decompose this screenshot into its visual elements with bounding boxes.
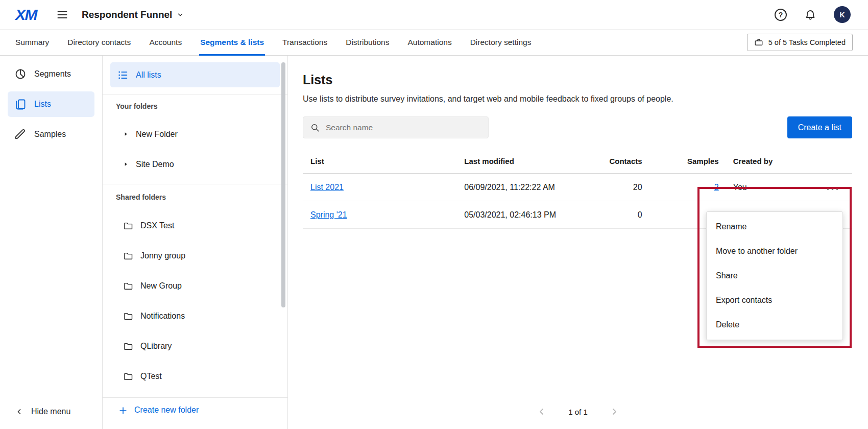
folder-icon — [123, 251, 133, 261]
tab-transactions[interactable]: Transactions — [282, 30, 327, 55]
menu-item-share[interactable]: Share — [707, 264, 842, 288]
tasks-completed-badge[interactable]: 5 of 5 Tasks Completed — [747, 34, 853, 51]
expand-triangle-icon[interactable] — [123, 131, 129, 137]
expand-triangle-icon[interactable] — [123, 161, 129, 167]
rail-item-label: Samples — [34, 130, 66, 139]
page-indicator: 1 of 1 — [568, 408, 588, 416]
column-header-list: List — [303, 157, 464, 174]
folders-scrollbar[interactable] — [281, 62, 285, 307]
topbar-actions: ? K — [773, 4, 853, 25]
page-description: Use lists to distribute survey invitatio… — [303, 94, 852, 104]
samples-icon — [14, 128, 27, 140]
folder-item-new-group[interactable]: New Group — [103, 271, 287, 301]
column-header-samples: Samples — [642, 157, 719, 174]
previous-page-button[interactable] — [535, 404, 549, 419]
chevron-down-icon — [177, 11, 184, 18]
row-context-menu: Rename Move to another folder Share Expo… — [706, 211, 843, 340]
rail-item-lists[interactable]: Lists — [8, 91, 94, 117]
folder-label: New Group — [140, 281, 182, 291]
tasks-completed-label: 5 of 5 Tasks Completed — [768, 38, 846, 46]
create-list-button[interactable]: Create a list — [787, 116, 852, 138]
hide-menu-button[interactable]: Hide menu — [15, 407, 70, 416]
chevron-left-icon — [15, 408, 23, 416]
table-row: List 2021 06/09/2021, 11:22:22 AM 20 2 Y… — [303, 174, 852, 201]
rail-item-label: Segments — [34, 69, 71, 79]
folder-label: New Folder — [136, 130, 178, 139]
folder-item-jonny-group[interactable]: Jonny group — [103, 241, 287, 271]
column-header-actions — [808, 157, 852, 174]
top-bar: XM Respondent Funnel ? K — [0, 0, 868, 30]
samples-link[interactable]: 2 — [714, 183, 719, 192]
last-modified-value: 05/03/2021, 02:46:13 PM — [464, 201, 575, 229]
folder-item-new-folder[interactable]: New Folder — [103, 119, 287, 149]
tab-directory-settings[interactable]: Directory settings — [470, 30, 532, 55]
ellipsis-icon — [827, 187, 838, 190]
app-title-dropdown[interactable]: Respondent Funnel — [82, 9, 184, 20]
bell-icon — [804, 9, 816, 21]
search-icon — [310, 123, 320, 133]
folder-item-qlibrary[interactable]: QLibrary — [103, 331, 287, 361]
folder-icon — [123, 311, 133, 321]
contacts-value: 20 — [575, 174, 642, 201]
column-header-created-by: Created by — [719, 157, 808, 174]
menu-item-move-to-another-folder[interactable]: Move to another folder — [707, 239, 842, 264]
help-icon: ? — [775, 9, 787, 21]
menu-item-delete[interactable]: Delete — [707, 313, 842, 337]
hide-menu-label: Hide menu — [31, 407, 70, 416]
table-header-row: List Last modified Contacts Samples Crea… — [303, 157, 852, 174]
create-new-folder-button[interactable]: Create new folder — [103, 397, 287, 429]
folder-label: DSX Test — [140, 221, 174, 230]
left-rail: Segments Lists Samples Hide menu — [0, 56, 103, 429]
segments-icon — [14, 68, 27, 80]
folder-icon — [123, 281, 133, 291]
folder-icon — [123, 341, 133, 351]
list-link[interactable]: List 2021 — [310, 183, 344, 192]
tab-directory-contacts[interactable]: Directory contacts — [67, 30, 131, 55]
tab-accounts[interactable]: Accounts — [149, 30, 182, 55]
app-title: Respondent Funnel — [82, 9, 172, 20]
avatar[interactable]: K — [832, 4, 853, 25]
folder-item-qtest[interactable]: QTest — [103, 361, 287, 391]
folder-icon — [123, 221, 133, 231]
list-controls: Create a list — [303, 116, 852, 138]
column-header-contacts: Contacts — [575, 157, 642, 174]
directory-tabs: Summary Directory contacts Accounts Segm… — [0, 30, 868, 56]
list-link[interactable]: Spring '21 — [310, 210, 347, 219]
lists-icon — [14, 98, 27, 110]
menu-item-export-contacts[interactable]: Export contacts — [707, 288, 842, 313]
avatar-initial: K — [834, 6, 851, 23]
rail-item-segments[interactable]: Segments — [8, 61, 94, 87]
all-lists-label: All lists — [136, 70, 161, 80]
folder-label: QLibrary — [140, 342, 172, 351]
tab-distributions[interactable]: Distributions — [346, 30, 389, 55]
next-page-button[interactable] — [607, 404, 621, 419]
notifications-button[interactable] — [802, 7, 818, 23]
folder-label: QTest — [140, 372, 162, 381]
pagination: 1 of 1 — [288, 404, 868, 419]
folder-label: Site Demo — [136, 160, 174, 169]
your-folders-heading: Your folders — [103, 94, 287, 119]
tab-automations[interactable]: Automations — [407, 30, 451, 55]
contacts-value: 0 — [575, 201, 642, 229]
tab-summary[interactable]: Summary — [15, 30, 49, 55]
folder-item-site-demo[interactable]: Site Demo — [103, 149, 287, 179]
folder-icon — [123, 371, 133, 382]
hamburger-menu-icon[interactable] — [54, 7, 70, 23]
search-box[interactable] — [303, 116, 489, 138]
briefcase-icon — [754, 38, 763, 47]
search-input[interactable] — [326, 123, 481, 132]
folder-item-notifications[interactable]: Notifications — [103, 301, 287, 331]
column-header-last-modified: Last modified — [464, 157, 575, 174]
last-modified-value: 06/09/2021, 11:22:22 AM — [464, 174, 575, 201]
folder-item-dsx-test[interactable]: DSX Test — [103, 210, 287, 241]
xm-logo[interactable]: XM — [15, 6, 37, 23]
tab-segments-and-lists[interactable]: Segments & lists — [200, 30, 264, 55]
plus-icon — [118, 406, 128, 416]
folder-label: Notifications — [140, 312, 185, 321]
all-lists-item[interactable]: All lists — [110, 62, 280, 87]
rail-item-samples[interactable]: Samples — [8, 122, 94, 147]
menu-item-rename[interactable]: Rename — [707, 214, 842, 239]
create-new-folder-label: Create new folder — [134, 406, 199, 415]
row-actions-button[interactable] — [827, 184, 838, 192]
help-button[interactable]: ? — [773, 7, 789, 23]
